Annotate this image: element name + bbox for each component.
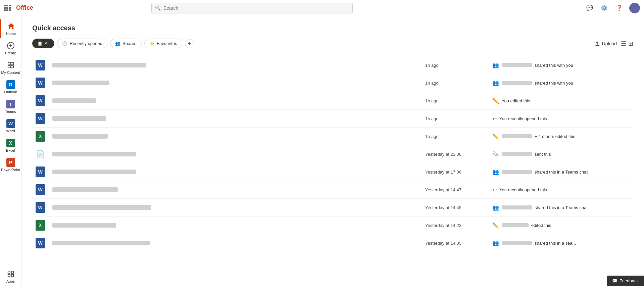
table-row[interactable]: W 1h ago ✏️ You edited this	[32, 92, 633, 110]
tab-favourites[interactable]: ⭐ Favourites	[144, 39, 182, 48]
tab-shared[interactable]: 👥 Shared	[110, 39, 142, 48]
sidebar-item-create[interactable]: Create	[0, 38, 21, 58]
file-time: Yesterday at 14:05	[425, 241, 492, 246]
tab-recently-opened[interactable]: 🕐 Recently opened	[57, 39, 107, 48]
content-area: Quick access 📋 All 🕐 Recently opened 👥 S…	[21, 16, 644, 286]
create-icon	[6, 41, 15, 50]
table-row[interactable]: W 1h ago 👥 shared this with you	[32, 56, 633, 74]
tab-all[interactable]: 📋 All	[32, 39, 54, 48]
file-time: Yesterday at 14:45	[425, 205, 492, 210]
sidebar-item-mycontent[interactable]: My Content	[0, 58, 21, 77]
sidebar-label-create: Create	[5, 51, 16, 55]
file-activity: ↩ You recently opened this	[492, 187, 633, 193]
table-row[interactable]: X Yesterday at 14:23 ✏️ edited this	[32, 217, 633, 234]
file-icon-cell: 📄	[32, 149, 48, 159]
sidebar-item-word[interactable]: W Word	[0, 116, 21, 136]
file-name-bar	[52, 170, 136, 174]
file-activity: 👥 shared this in a Tea...	[492, 240, 633, 246]
file-time: Yesterday at 17:06	[425, 170, 492, 175]
word-file-icon: W	[36, 60, 45, 70]
help-icon[interactable]: ❓	[614, 3, 624, 13]
sidebar-item-home[interactable]: Home	[0, 19, 21, 38]
sidebar-label-mycontent: My Content	[1, 70, 20, 75]
word-file-icon: W	[36, 78, 45, 88]
table-row[interactable]: W Yesterday at 14:45 👥 shared this in a …	[32, 199, 633, 217]
table-row[interactable]: 📄 Yesterday at 23:06 📎 sent this	[32, 145, 633, 163]
sidebar-item-teams[interactable]: T Teams	[0, 97, 21, 116]
sidebar-item-outlook[interactable]: O Outlook	[0, 77, 21, 97]
file-name-bar	[52, 241, 150, 245]
word-file-icon: W	[36, 238, 45, 248]
file-name-cell	[48, 98, 425, 103]
sidebar-item-apps[interactable]: Apps	[0, 267, 21, 286]
sidebar: Home Create My Content O Outlook T Teams	[0, 16, 21, 286]
table-row[interactable]: W Yesterday at 14:47 ↩ You recently open…	[32, 181, 633, 199]
feedback-icon[interactable]: 💬	[585, 3, 594, 13]
tab-shared-icon: 👥	[115, 41, 120, 46]
file-icon-cell: X	[32, 220, 48, 231]
file-name-bar	[52, 63, 146, 67]
file-activity: ✏️ + 4 others edited this	[492, 133, 633, 140]
svg-rect-1	[8, 62, 10, 65]
file-time: 1h ago	[425, 81, 492, 86]
activity-name-bar	[502, 170, 532, 174]
svg-rect-8	[11, 275, 13, 277]
tab-all-label: All	[45, 41, 49, 46]
recent-icon: ↩	[492, 115, 497, 122]
file-activity: ✏️ edited this	[492, 222, 633, 229]
tab-all-icon: 📋	[37, 41, 43, 46]
search-bar[interactable]: 🔍	[151, 3, 353, 13]
edit-icon: ✏️	[492, 98, 499, 104]
file-name-bar	[52, 81, 109, 85]
feedback-button[interactable]: 💬 Feedback	[607, 276, 644, 286]
svg-rect-3	[8, 65, 10, 68]
upload-button[interactable]: Upload	[595, 41, 617, 46]
upload-label: Upload	[602, 41, 617, 46]
tab-recently-label: Recently opened	[69, 41, 102, 46]
tab-favourites-icon: ⭐	[149, 41, 155, 46]
file-activity: 👥 shared this in a Teams chat	[492, 204, 633, 211]
avatar[interactable]	[629, 3, 640, 13]
table-row[interactable]: W Yesterday at 14:05 👥 shared this in a …	[32, 234, 633, 252]
sidebar-item-excel[interactable]: X Excel	[0, 136, 21, 155]
activity-name-bar	[502, 205, 532, 209]
search-icon: 🔍	[155, 5, 161, 11]
upload-icon	[595, 41, 600, 46]
sidebar-label-outlook: Outlook	[4, 90, 17, 94]
list-view-icon[interactable]: ☰	[621, 40, 626, 47]
share-icon: 👥	[492, 169, 499, 175]
mycontent-icon	[6, 60, 15, 70]
search-input[interactable]	[163, 5, 349, 11]
file-name-cell	[48, 205, 425, 210]
add-tab-button[interactable]: +	[185, 39, 194, 48]
share-icon: 👥	[492, 240, 499, 246]
top-nav-right: 💬 ⚙️ ❓	[585, 3, 640, 13]
file-list: W 1h ago 👥 shared this with you W	[32, 56, 633, 252]
table-row[interactable]: W 1h ago 👥 shared this with you	[32, 74, 633, 92]
file-name-cell	[48, 170, 425, 174]
table-row[interactable]: W Yesterday at 17:06 👥 shared this in a …	[32, 163, 633, 181]
feedback-icon: 💬	[612, 278, 617, 283]
file-time: 1h ago	[425, 98, 492, 103]
share-icon: 👥	[492, 204, 499, 211]
file-name-cell	[48, 81, 425, 85]
main-layout: Home Create My Content O Outlook T Teams	[0, 16, 644, 286]
file-name-bar	[52, 134, 108, 139]
grid-view-icon[interactable]: ⊞	[628, 40, 633, 47]
file-name-cell	[48, 223, 425, 228]
table-row[interactable]: X 1h ago ✏️ + 4 others edited this	[32, 128, 633, 145]
sidebar-label-apps: Apps	[6, 279, 15, 283]
word-file-icon: W	[36, 166, 45, 177]
settings-icon[interactable]: ⚙️	[600, 3, 609, 13]
file-time: Yesterday at 14:47	[425, 187, 492, 192]
sidebar-label-word: Word	[6, 129, 15, 133]
sidebar-label-powerpoint: PowerPoint	[1, 168, 20, 172]
feedback-label: Feedback	[620, 278, 639, 283]
grid-icon[interactable]	[4, 5, 11, 11]
sidebar-item-powerpoint[interactable]: P PowerPoint	[0, 155, 21, 175]
sidebar-label-home: Home	[6, 32, 16, 36]
tab-recently-icon: 🕐	[62, 41, 67, 46]
table-row[interactable]: W 1h ago ↩ You recently opened this	[32, 110, 633, 128]
share-icon: 👥	[492, 62, 499, 68]
activity-text: shared this with you	[535, 63, 573, 68]
